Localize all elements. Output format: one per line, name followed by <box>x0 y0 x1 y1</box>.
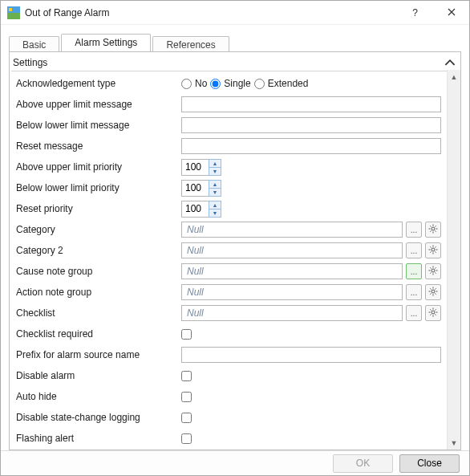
vertical-scrollbar[interactable]: ▲ ▼ <box>447 70 460 450</box>
titlebar: Out of Range Alarm ? <box>1 1 469 25</box>
row-disable-alarm: Disable alarm <box>11 365 443 386</box>
svg-line-20 <box>430 251 431 252</box>
input-prefix[interactable] <box>181 347 441 363</box>
input-below-pri[interactable] <box>181 180 209 197</box>
scroll-up-button[interactable]: ▲ <box>448 70 460 83</box>
radio-ack-extended-input[interactable] <box>254 79 265 89</box>
window-title: Out of Range Alarm <box>25 7 109 18</box>
settings-category-button[interactable] <box>425 222 441 238</box>
checkbox-disable-alarm[interactable] <box>181 371 192 381</box>
row-below-msg: Below lower limit message <box>11 115 443 136</box>
dialog-footer: OK Close <box>1 450 469 475</box>
input-above-pri[interactable] <box>181 159 209 176</box>
chevron-down-icon: ▼ <box>213 189 218 195</box>
tab-alarm-settings[interactable]: Alarm Settings <box>61 34 151 51</box>
section-header-settings[interactable]: Settings <box>11 54 459 71</box>
settings-action-group-button[interactable] <box>425 284 441 300</box>
tab-basic[interactable]: Basic <box>9 36 59 52</box>
scroll-down-button[interactable]: ▼ <box>448 436 460 450</box>
radio-ack-extended[interactable]: Extended <box>254 78 309 89</box>
input-above-msg[interactable] <box>181 96 441 112</box>
svg-line-46 <box>435 309 436 310</box>
browse-category-button[interactable]: ... <box>406 222 422 238</box>
row-category: Category Null ... <box>11 219 443 240</box>
checkbox-auto-hide[interactable] <box>181 392 192 402</box>
scroll-track[interactable] <box>448 83 460 436</box>
label-flashing-alert: Flashing alert <box>13 433 181 444</box>
checkbox-disable-state-log[interactable] <box>181 413 192 423</box>
window-close-button[interactable] <box>433 1 469 25</box>
browse-action-group-button[interactable]: ... <box>406 284 422 300</box>
input-below-msg[interactable] <box>181 117 441 133</box>
svg-line-11 <box>430 230 431 231</box>
svg-point-12 <box>432 248 435 251</box>
svg-line-44 <box>430 309 431 310</box>
field-cause-group[interactable]: Null <box>181 263 403 279</box>
ellipsis-icon: ... <box>411 226 417 234</box>
radio-ack-single[interactable]: Single <box>210 78 250 89</box>
chevron-down-icon: ▼ <box>451 439 458 447</box>
settings-category2-button[interactable] <box>425 242 441 258</box>
label-above-pri: Above upper limit priority <box>13 161 181 173</box>
browse-cause-group-button[interactable]: ... <box>406 263 422 279</box>
label-disable-alarm: Disable alarm <box>13 370 181 381</box>
chevron-up-icon: ▲ <box>451 73 458 81</box>
svg-line-28 <box>435 267 436 268</box>
spin-up-above-pri[interactable]: ▲ <box>209 159 221 168</box>
label-cause-group: Cause note group <box>13 266 181 277</box>
label-auto-hide: Auto hide <box>13 391 181 402</box>
label-checklist-required: Checklist required <box>13 328 181 340</box>
row-below-pri: Below lower limit priority ▲ ▼ <box>11 177 443 198</box>
field-action-group[interactable]: Null <box>181 284 403 300</box>
settings-checklist-button[interactable] <box>425 305 441 321</box>
browse-checklist-button[interactable]: ... <box>406 305 422 321</box>
spin-down-below-pri[interactable]: ▼ <box>209 189 221 197</box>
svg-line-9 <box>435 230 436 231</box>
spin-up-reset-pri[interactable]: ▲ <box>209 201 221 210</box>
radio-ack-no[interactable]: No <box>181 78 207 89</box>
radio-ack-single-input[interactable] <box>210 79 221 89</box>
svg-line-38 <box>430 293 431 294</box>
spinner-reset-pri: ▲ ▼ <box>181 201 221 218</box>
ellipsis-icon: ... <box>411 309 417 318</box>
label-reset-pri: Reset priority <box>13 203 181 214</box>
svg-line-29 <box>430 272 431 273</box>
label-action-group: Action note group <box>13 287 181 298</box>
field-checklist[interactable]: Null <box>181 305 403 321</box>
radio-ack-no-input[interactable] <box>181 79 192 89</box>
field-category[interactable]: Null <box>181 222 403 238</box>
row-flashing-alert: Flashing alert <box>11 428 443 449</box>
row-auto-hide: Auto hide <box>11 386 443 407</box>
label-checklist: Checklist <box>13 307 181 319</box>
spin-up-below-pri[interactable]: ▲ <box>209 180 221 189</box>
radio-ack-extended-label: Extended <box>268 78 309 89</box>
label-prefix: Prefix for alarm source name <box>13 349 181 360</box>
ok-button[interactable]: OK <box>333 454 393 473</box>
chevron-down-icon: ▼ <box>213 169 218 174</box>
close-button[interactable]: Close <box>399 454 460 473</box>
row-checklist: Checklist Null ... <box>11 303 443 323</box>
section-title: Settings <box>13 57 444 68</box>
label-below-pri: Below lower limit priority <box>13 182 181 193</box>
help-icon: ? <box>412 7 418 18</box>
spin-down-reset-pri[interactable]: ▼ <box>209 210 221 218</box>
svg-rect-2 <box>9 8 12 11</box>
svg-rect-1 <box>7 13 20 19</box>
checkbox-checklist-required[interactable] <box>181 329 192 340</box>
checkbox-flashing-alert[interactable] <box>181 433 192 444</box>
label-ack-type: Acknowledgement type <box>13 78 181 89</box>
spin-down-above-pri[interactable]: ▼ <box>209 168 221 176</box>
settings-cause-group-button[interactable] <box>425 263 441 279</box>
input-reset-pri[interactable] <box>181 201 209 218</box>
ellipsis-icon: ... <box>411 288 417 297</box>
row-above-pri: Above upper limit priority ▲ ▼ <box>11 157 443 177</box>
radio-ack-no-label: No <box>195 78 207 89</box>
tab-references[interactable]: References <box>152 36 229 52</box>
ellipsis-icon: ... <box>411 246 417 255</box>
tabstrip: Basic Alarm Settings References <box>9 33 461 51</box>
field-category2[interactable]: Null <box>181 242 403 258</box>
browse-category2-button[interactable]: ... <box>406 242 422 258</box>
help-button[interactable]: ? <box>397 1 433 25</box>
input-reset-msg[interactable] <box>181 138 441 154</box>
gear-icon <box>428 287 438 298</box>
